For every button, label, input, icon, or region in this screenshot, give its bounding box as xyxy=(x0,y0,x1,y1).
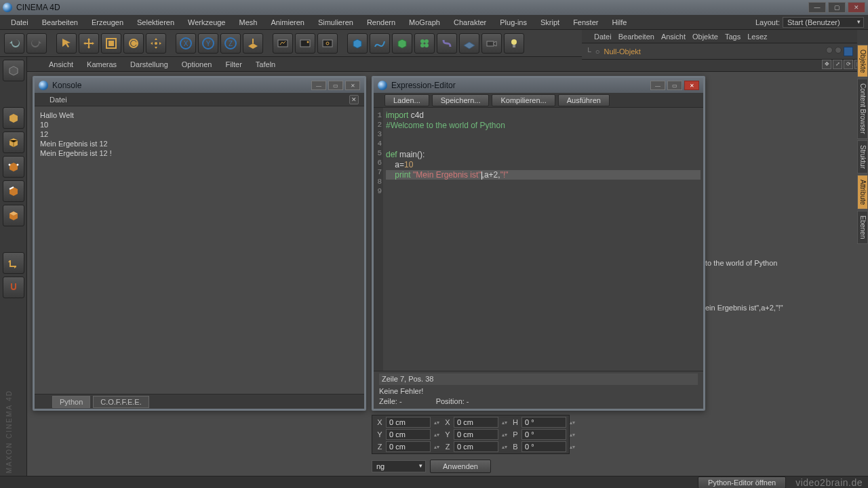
window-minimize-button[interactable]: — xyxy=(808,2,826,13)
floor-button[interactable] xyxy=(459,33,479,54)
array-button[interactable] xyxy=(414,33,435,54)
poly-mode-button[interactable] xyxy=(3,205,24,226)
obj-menu-ansicht[interactable]: Ansicht xyxy=(661,33,686,41)
console-maximize-button[interactable]: ▭ xyxy=(328,81,343,90)
expr-run-button[interactable]: Ausführen xyxy=(558,94,610,106)
rotate-tool[interactable] xyxy=(123,33,144,54)
coord-p-field[interactable]: 0 ° xyxy=(521,429,566,440)
window-maximize-button[interactable]: ▢ xyxy=(828,2,846,13)
render-picture-button[interactable] xyxy=(295,33,315,54)
side-tab-content browser[interactable]: Content Browser xyxy=(857,79,868,138)
object-row[interactable]: └ ○ Null-Objekt xyxy=(582,43,857,60)
console-minimize-button[interactable]: — xyxy=(311,81,326,90)
menu-rendern[interactable]: Rendern xyxy=(360,16,402,28)
coord-system-button[interactable] xyxy=(243,33,263,54)
axis-z-button[interactable]: Z xyxy=(220,33,241,54)
menu-animieren[interactable]: Animieren xyxy=(264,16,311,28)
menu-mesh[interactable]: Mesh xyxy=(232,16,264,28)
side-tab-objekte[interactable]: Objekte xyxy=(857,45,868,77)
vp-rotate-icon[interactable]: ⟳ xyxy=(844,60,853,69)
cube-primitive-button[interactable] xyxy=(347,33,368,54)
menu-datei[interactable]: Datei xyxy=(4,16,35,28)
side-tab-ebenen[interactable]: Ebenen xyxy=(857,211,868,243)
coord-mode-dropdown[interactable]: ng xyxy=(372,460,426,472)
coord-x2-field[interactable]: 0 cm xyxy=(454,417,498,428)
coord-y-field[interactable]: 0 cm xyxy=(386,429,431,440)
console-tab-python[interactable]: Python xyxy=(52,396,90,408)
expr-compile-button[interactable]: Kompilieren... xyxy=(492,94,555,106)
axis-tool-button[interactable] xyxy=(3,252,24,274)
select-tool[interactable] xyxy=(56,33,77,54)
python-tag-icon[interactable] xyxy=(844,47,853,56)
spinner-icon[interactable]: ▴▾ xyxy=(568,420,577,426)
snap-button[interactable] xyxy=(3,277,24,298)
light-button[interactable] xyxy=(504,33,524,54)
model-mode-button[interactable] xyxy=(3,107,24,129)
expr-close-button[interactable]: ✕ xyxy=(684,81,699,90)
camera-button[interactable] xyxy=(481,33,502,54)
object-name[interactable]: Null-Objekt xyxy=(604,47,640,56)
code-editor[interactable]: import c4d #Welcome to the world of Pyth… xyxy=(383,108,703,371)
menu-skript[interactable]: Skript xyxy=(534,16,566,28)
expr-save-button[interactable]: Speichern... xyxy=(432,94,490,106)
open-python-editor-button[interactable]: Python-Editor öffnen xyxy=(698,476,786,489)
make-editable-button[interactable] xyxy=(3,60,24,81)
coord-apply-button[interactable]: Anwenden xyxy=(430,460,491,473)
obj-menu-objekte[interactable]: Objekte xyxy=(692,33,718,41)
menu-hilfe[interactable]: Hilfe xyxy=(605,16,633,28)
axis-y-button[interactable]: Y xyxy=(198,33,218,54)
vp-menu-optionen[interactable]: Optionen xyxy=(179,59,215,70)
scale-tool[interactable] xyxy=(101,33,121,54)
spinner-icon[interactable]: ▴▾ xyxy=(500,420,509,426)
obj-menu-bearbeiten[interactable]: Bearbeiten xyxy=(618,33,654,41)
menu-werkzeuge[interactable]: Werkzeuge xyxy=(181,16,232,28)
spinner-icon[interactable]: ▴▾ xyxy=(432,444,441,450)
side-tab-attribute[interactable]: Attribute xyxy=(857,175,868,209)
spinner-icon[interactable]: ▴▾ xyxy=(500,432,509,438)
deformer-button[interactable] xyxy=(437,33,457,54)
spinner-icon[interactable]: ▴▾ xyxy=(500,444,509,450)
vp-menu-tafeln[interactable]: Tafeln xyxy=(253,59,278,70)
obj-menu-lesez[interactable]: Lesez xyxy=(747,33,767,41)
expr-load-button[interactable]: Laden... xyxy=(384,94,429,106)
menu-plug-ins[interactable]: Plug-ins xyxy=(493,16,534,28)
render-dot-icon[interactable] xyxy=(835,47,842,54)
axis-x-button[interactable]: X xyxy=(176,33,196,54)
menu-erzeugen[interactable]: Erzeugen xyxy=(85,16,130,28)
expr-minimize-button[interactable]: — xyxy=(650,81,665,90)
undo-button[interactable] xyxy=(4,33,24,54)
move-tool[interactable] xyxy=(79,33,99,54)
menu-mograph[interactable]: MoGraph xyxy=(402,16,447,28)
vp-menu-filter[interactable]: Filter xyxy=(222,59,244,70)
console-clear-button[interactable]: ✕ xyxy=(349,95,359,104)
coord-z-field[interactable]: 0 cm xyxy=(386,441,431,452)
vp-menu-kameras[interactable]: Kameras xyxy=(84,59,119,70)
spinner-icon[interactable]: ▴▾ xyxy=(568,444,577,450)
coord-y2-field[interactable]: 0 cm xyxy=(454,429,498,440)
vp-pan-icon[interactable]: ✥ xyxy=(822,60,831,69)
vp-menu-ansicht[interactable]: Ansicht xyxy=(46,59,76,70)
texture-mode-button[interactable] xyxy=(3,131,24,153)
console-menu-datei[interactable]: Datei xyxy=(40,96,67,104)
visibility-dot-icon[interactable] xyxy=(826,47,833,54)
menu-selektieren[interactable]: Selektieren xyxy=(130,16,181,28)
obj-menu-tags[interactable]: Tags xyxy=(725,33,741,41)
place-tool[interactable] xyxy=(146,33,166,54)
coord-h-field[interactable]: 0 ° xyxy=(521,417,566,428)
menu-fenster[interactable]: Fenster xyxy=(566,16,605,28)
spinner-icon[interactable]: ▴▾ xyxy=(432,420,441,426)
vp-menu-darstellung[interactable]: Darstellung xyxy=(127,59,171,70)
render-view-button[interactable] xyxy=(273,33,293,54)
coord-b-field[interactable]: 0 ° xyxy=(521,441,566,452)
vp-zoom-icon[interactable]: ⤢ xyxy=(833,60,842,69)
console-tab-coffee[interactable]: C.O.F.F.E.E. xyxy=(93,396,149,408)
spinner-icon[interactable]: ▴▾ xyxy=(568,432,577,438)
layout-dropdown[interactable]: Start (Benutzer) xyxy=(783,17,864,28)
nurbs-button[interactable] xyxy=(392,33,412,54)
menu-simulieren[interactable]: Simulieren xyxy=(311,16,360,28)
menu-bearbeiten[interactable]: Bearbeiten xyxy=(35,16,85,28)
expr-maximize-button[interactable]: ▭ xyxy=(667,81,682,90)
render-settings-button[interactable] xyxy=(317,33,338,54)
coord-z2-field[interactable]: 0 cm xyxy=(454,441,498,452)
side-tab-struktur[interactable]: Struktur xyxy=(857,140,868,174)
